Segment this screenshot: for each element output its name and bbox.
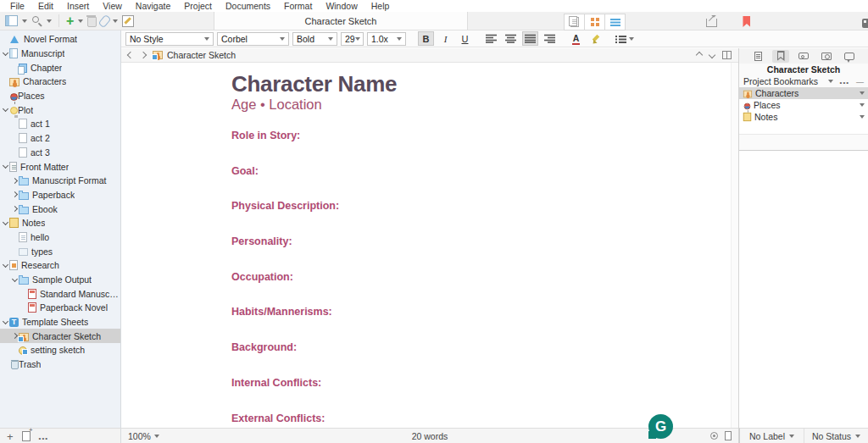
add-caret[interactable] xyxy=(78,19,83,23)
add-document-icon[interactable] xyxy=(7,429,14,443)
font-size-dropdown[interactable]: 29 xyxy=(341,32,364,46)
collapse-arrow-icon[interactable] xyxy=(3,49,8,55)
binder-item-character-sketch[interactable]: Character Sketch xyxy=(0,329,120,343)
collapse-arrow-icon[interactable] xyxy=(3,163,8,169)
attach-caret[interactable] xyxy=(113,19,118,23)
binder-item-standard-manuscript[interactable]: Standard Manuscript xyxy=(0,286,120,301)
binder-item-plot[interactable]: Plot xyxy=(0,102,120,117)
collapse-arrow-icon[interactable] xyxy=(12,275,18,281)
collapse-arrow-icon[interactable] xyxy=(3,106,8,112)
binder-item-front-matter[interactable]: Front Matter xyxy=(0,159,120,174)
bookmark-item-places[interactable]: Places xyxy=(739,99,868,111)
compose-icon[interactable] xyxy=(122,15,134,27)
binder-item-research[interactable]: Research xyxy=(0,258,120,273)
menu-documents[interactable]: Documents xyxy=(219,0,277,12)
highlight-button[interactable] xyxy=(587,31,604,46)
binder-item-types[interactable]: types xyxy=(0,244,120,258)
list-button[interactable] xyxy=(614,31,636,46)
binder-item-ebook[interactable]: Ebook xyxy=(0,202,120,216)
split-editor-icon[interactable] xyxy=(722,51,732,59)
menu-format[interactable]: Format xyxy=(277,0,319,12)
inspector-tab-snapshots[interactable] xyxy=(818,50,835,63)
binder-item-act-2[interactable]: act 2 xyxy=(0,131,120,146)
bookmark-item-notes[interactable]: Notes xyxy=(739,111,868,123)
target-icon[interactable] xyxy=(710,432,718,440)
binder-item-trash[interactable]: Trash xyxy=(0,357,120,372)
inspector-tab-bookmarks[interactable] xyxy=(772,50,789,63)
collapse-arrow-icon[interactable] xyxy=(3,262,8,268)
menu-insert[interactable]: Insert xyxy=(60,0,96,12)
style-dropdown[interactable]: No Style xyxy=(125,32,214,46)
bookmark-preview-pane[interactable] xyxy=(739,151,868,428)
attach-icon[interactable] xyxy=(98,14,112,28)
binder-toggle-caret[interactable] xyxy=(22,19,27,23)
align-justify-button[interactable] xyxy=(522,31,538,46)
add-icon[interactable] xyxy=(66,15,74,26)
expand-arrow-icon[interactable] xyxy=(12,333,18,339)
label-dropdown[interactable]: No Label xyxy=(740,429,804,443)
document-tab[interactable]: Character Sketch xyxy=(214,12,468,30)
editor-area[interactable]: Character Name Age • Location Role in St… xyxy=(121,63,738,428)
menu-window[interactable]: Window xyxy=(319,0,364,12)
bookmarks-header-caret[interactable] xyxy=(828,80,833,83)
collapse-arrow-icon[interactable] xyxy=(3,219,8,225)
menu-view[interactable]: View xyxy=(96,0,129,12)
binder-item-manuscript[interactable]: Manuscript xyxy=(0,47,120,61)
font-variant-dropdown[interactable]: Bold xyxy=(292,32,337,46)
binder-item-act-1[interactable]: act 1 xyxy=(0,117,120,131)
forward-icon[interactable] xyxy=(140,52,147,58)
previous-document-icon[interactable] xyxy=(696,52,703,58)
binder-item-paperback-novel[interactable]: Paperback Novel xyxy=(0,301,120,315)
align-left-button[interactable] xyxy=(483,31,499,46)
bookmarks-collapse-icon[interactable] xyxy=(856,76,864,86)
status-dropdown[interactable]: No Status xyxy=(804,429,868,443)
bookmark-item-caret[interactable] xyxy=(860,91,865,95)
menu-navigate[interactable]: Navigate xyxy=(129,0,177,12)
expand-arrow-icon[interactable] xyxy=(12,206,18,212)
page-view-icon[interactable] xyxy=(725,431,732,440)
binder-item-novel-format[interactable]: Novel Format xyxy=(0,32,120,47)
underline-button[interactable] xyxy=(457,31,473,46)
align-right-button[interactable] xyxy=(542,31,558,46)
add-template-icon[interactable] xyxy=(22,431,31,441)
binder-item-paperback[interactable]: Paperback xyxy=(0,188,120,202)
grammarly-badge[interactable] xyxy=(648,414,673,439)
menu-project[interactable]: Project xyxy=(177,0,219,12)
menu-file[interactable]: File xyxy=(3,0,31,12)
menu-edit[interactable]: Edit xyxy=(31,0,60,12)
align-center-button[interactable] xyxy=(503,31,519,46)
zoom-dropdown[interactable]: 100% xyxy=(128,431,159,441)
text-color-button[interactable] xyxy=(568,31,584,46)
collapse-arrow-icon[interactable] xyxy=(3,318,8,324)
next-document-icon[interactable] xyxy=(709,52,715,58)
line-spacing-dropdown[interactable]: 1.0x xyxy=(367,32,406,46)
binder-item-hello[interactable]: hello xyxy=(0,230,120,245)
binder-item-sample-output[interactable]: Sample Output xyxy=(0,273,120,287)
search-icon[interactable] xyxy=(31,15,42,26)
binder-item-notes[interactable]: Notes xyxy=(0,216,120,230)
binder-item-chapter[interactable]: Chapter xyxy=(0,60,120,75)
binder-toggle-icon[interactable] xyxy=(5,15,18,26)
bookmark-item-caret[interactable] xyxy=(860,103,865,107)
expand-arrow-icon[interactable] xyxy=(12,191,18,197)
share-icon[interactable] xyxy=(706,19,717,27)
inspector-tab-comments[interactable] xyxy=(841,50,858,63)
corkboard-view-button[interactable] xyxy=(585,14,605,30)
bookmarks-menu-icon[interactable] xyxy=(840,76,849,86)
outline-view-button[interactable] xyxy=(605,14,626,30)
font-dropdown[interactable]: Corbel xyxy=(217,32,289,46)
binder-more-icon[interactable] xyxy=(39,429,48,443)
binder-item-act-3[interactable]: act 3 xyxy=(0,146,120,160)
bookmark-item-characters[interactable]: Characters xyxy=(739,87,868,99)
binder-item-setting-sketch[interactable]: setting sketch xyxy=(0,343,120,357)
binder-item-template-sheets[interactable]: Template Sheets xyxy=(0,315,120,329)
menu-help[interactable]: Help xyxy=(364,0,397,12)
italic-button[interactable] xyxy=(437,31,453,46)
back-icon[interactable] xyxy=(127,52,134,58)
inspector-tab-metadata[interactable] xyxy=(795,50,812,63)
bold-button[interactable] xyxy=(418,31,434,46)
editor-scrollbar[interactable] xyxy=(731,63,738,428)
panel-toggle-icon[interactable] xyxy=(862,19,868,28)
inspector-tab-notes[interactable] xyxy=(749,50,766,63)
scrivenings-view-button[interactable] xyxy=(564,14,585,30)
